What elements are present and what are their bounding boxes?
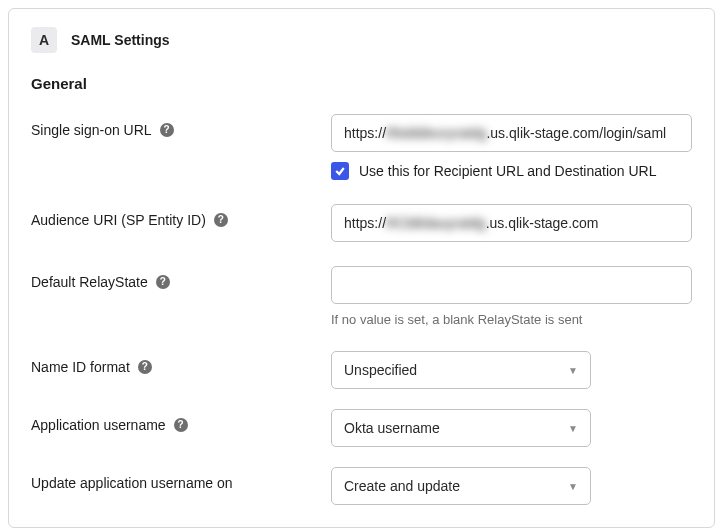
label-name-id-format: Name ID format [31, 359, 130, 375]
label-update-username-on: Update application username on [31, 475, 233, 491]
help-icon[interactable]: ? [174, 418, 188, 432]
relaystate-hint: If no value is set, a blank RelayState i… [331, 312, 692, 327]
row-app-username: Application username ? Okta username ▼ [31, 409, 692, 447]
label-default-relaystate: Default RelayState [31, 274, 148, 290]
label-app-username: Application username [31, 417, 166, 433]
app-username-select[interactable]: Okta username ▼ [331, 409, 591, 447]
sso-url-input[interactable]: https://Rbdddeuryratdg.us.qlik-stage.com… [331, 114, 692, 152]
section-badge: A [31, 27, 57, 53]
chevron-down-icon: ▼ [568, 481, 578, 492]
row-update-username-on: Update application username on Create an… [31, 467, 692, 505]
chevron-down-icon: ▼ [568, 365, 578, 376]
checkbox-label: Use this for Recipient URL and Destinati… [359, 163, 657, 179]
row-default-relaystate: Default RelayState ? If no value is set,… [31, 266, 692, 327]
select-value: Okta username [344, 420, 440, 436]
default-relaystate-input[interactable] [331, 266, 692, 304]
help-icon[interactable]: ? [156, 275, 170, 289]
select-value: Create and update [344, 478, 460, 494]
name-id-format-select[interactable]: Unspecified ▼ [331, 351, 591, 389]
panel-title: SAML Settings [71, 32, 170, 48]
panel-header: A SAML Settings [31, 27, 692, 53]
label-audience-uri: Audience URI (SP Entity ID) [31, 212, 206, 228]
audience-uri-input[interactable]: https://RCbBdauyratdg.us.qlik-stage.com [331, 204, 692, 242]
row-audience-uri: Audience URI (SP Entity ID) ? https://RC… [31, 204, 692, 242]
select-value: Unspecified [344, 362, 417, 378]
help-icon[interactable]: ? [160, 123, 174, 137]
saml-settings-panel: A SAML Settings General Single sign-on U… [8, 8, 715, 528]
chevron-down-icon: ▼ [568, 423, 578, 434]
row-name-id-format: Name ID format ? Unspecified ▼ [31, 351, 692, 389]
help-icon[interactable]: ? [214, 213, 228, 227]
help-icon[interactable]: ? [138, 360, 152, 374]
row-sso-url: Single sign-on URL ? https://Rbdddeuryra… [31, 114, 692, 180]
update-username-on-select[interactable]: Create and update ▼ [331, 467, 591, 505]
general-heading: General [31, 75, 692, 92]
recipient-destination-checkbox[interactable] [331, 162, 349, 180]
label-sso-url: Single sign-on URL [31, 122, 152, 138]
